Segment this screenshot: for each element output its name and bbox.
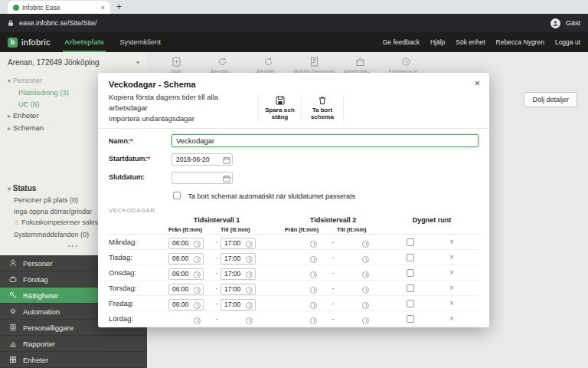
row-remove-icon[interactable]: × bbox=[443, 268, 461, 277]
from1-cell bbox=[168, 250, 213, 264]
till2-cell bbox=[337, 296, 381, 310]
name-input[interactable] bbox=[172, 134, 479, 147]
chevron-right-icon: ▸ bbox=[8, 125, 11, 132]
modal-title: Veckodagar - Schema bbox=[109, 80, 196, 89]
clock-icon[interactable] bbox=[362, 317, 369, 324]
till2-cell bbox=[337, 311, 381, 326]
around-clock-checkbox[interactable] bbox=[407, 238, 414, 246]
row-remove-icon[interactable]: × bbox=[443, 284, 461, 292]
save-and-close-button[interactable]: Spara och stäng bbox=[258, 94, 301, 122]
link-hjalp[interactable]: Hjälp bbox=[430, 38, 445, 46]
menu-item-label: Rapporter bbox=[23, 340, 55, 348]
url-text[interactable]: ease.infobric.se/Site/Site/ bbox=[19, 19, 97, 27]
warning-icon: ⚠ bbox=[14, 219, 19, 226]
schedule-row: Tisdag: - - × bbox=[109, 250, 479, 265]
dash: - bbox=[329, 284, 337, 292]
delete-schedule-button[interactable]: Ta bort schema bbox=[301, 94, 344, 122]
tree-item-label: UE (6) bbox=[18, 100, 39, 108]
infobric-logo[interactable]: b infobric bbox=[8, 32, 51, 52]
clock-icon[interactable] bbox=[194, 317, 201, 324]
schedule-modal: Veckodagar - Schema × Kopiera första dag… bbox=[98, 73, 489, 327]
row-remove-icon[interactable]: × bbox=[443, 253, 461, 261]
around-clock-checkbox[interactable] bbox=[407, 300, 414, 307]
link-sok-enhet[interactable]: Sök enhet bbox=[456, 38, 485, 46]
schedule-form: Namn:* Startdatum:* Slutdatum: bbox=[98, 129, 489, 205]
link-ge-feedback[interactable]: Ge feedback bbox=[383, 38, 420, 46]
import-exception-days-link[interactable]: Importera undantagsdagar bbox=[109, 113, 258, 124]
calendar-icon[interactable] bbox=[223, 153, 230, 167]
around-clock-checkbox[interactable] bbox=[407, 284, 414, 292]
clock-icon[interactable] bbox=[246, 241, 253, 248]
auto-remove-checkbox[interactable] bbox=[173, 192, 181, 199]
link-user-name[interactable]: Rebecca Nygren bbox=[496, 38, 544, 46]
clock-icon[interactable] bbox=[194, 271, 201, 278]
clock-icon[interactable] bbox=[194, 302, 201, 309]
from2-cell bbox=[285, 235, 329, 249]
tree-item-label: Platsledning (3) bbox=[18, 88, 69, 97]
from1-header: Från (tt:mm) bbox=[168, 226, 213, 233]
till1-header: Till (tt:mm) bbox=[220, 226, 265, 233]
from1-cell bbox=[168, 235, 213, 249]
dash: - bbox=[329, 238, 337, 246]
row-remove-icon[interactable]: × bbox=[443, 238, 461, 246]
auto-remove-row: Ta bort schemat automatiskt när slutdatu… bbox=[109, 188, 479, 202]
till2-cell bbox=[337, 235, 381, 249]
clock-icon[interactable] bbox=[310, 241, 317, 248]
from2-cell bbox=[285, 311, 329, 326]
day-label: Torsdag: bbox=[109, 284, 168, 292]
nav-arbetsplats[interactable]: Arbetsplats bbox=[63, 32, 106, 52]
clock-icon[interactable] bbox=[194, 256, 201, 263]
clock-icon[interactable] bbox=[246, 256, 253, 263]
from2-cell bbox=[285, 265, 329, 280]
around-clock-checkbox[interactable] bbox=[407, 254, 414, 261]
schedule-row: Söndag: - - × bbox=[109, 327, 479, 327]
bar-chart-icon bbox=[9, 340, 17, 347]
close-icon[interactable]: × bbox=[475, 80, 480, 87]
clock-icon[interactable] bbox=[362, 302, 369, 309]
from2-cell bbox=[285, 296, 329, 310]
start-date-label: Startdatum:* bbox=[109, 155, 172, 163]
clock-icon[interactable] bbox=[246, 271, 253, 278]
menu-item-rapporter[interactable]: Rapporter bbox=[0, 336, 147, 352]
browser-tab[interactable]: Infobric Ease × bbox=[8, 1, 110, 14]
dash: - bbox=[213, 284, 220, 292]
around-clock-checkbox[interactable] bbox=[407, 315, 414, 323]
tab-close-icon[interactable]: × bbox=[101, 4, 105, 12]
schedule-row: Måndag: - - × bbox=[109, 235, 479, 250]
calendar-icon[interactable] bbox=[223, 172, 230, 186]
clock-icon[interactable] bbox=[362, 256, 369, 263]
clock-icon[interactable] bbox=[194, 287, 201, 294]
auto-remove-label: Ta bort schemat automatiskt när slutdatu… bbox=[188, 192, 355, 200]
link-logga-ut[interactable]: Logga ut bbox=[555, 38, 580, 46]
site-selector[interactable]: Arenan, 172649 Jönköping ▾ bbox=[0, 52, 147, 71]
menu-item-enheter[interactable]: Enheter bbox=[0, 352, 147, 368]
hide-details-button[interactable]: Dölj detaljer bbox=[524, 92, 577, 107]
clock-icon[interactable] bbox=[362, 241, 369, 248]
clock-icon[interactable] bbox=[194, 241, 201, 248]
till2-cell bbox=[337, 327, 381, 327]
clock-icon[interactable] bbox=[246, 317, 253, 324]
clock-icon[interactable] bbox=[310, 302, 317, 309]
row-remove-icon[interactable]: × bbox=[443, 314, 461, 323]
status-item-label: Fokuskompetenser saknas bbox=[21, 219, 104, 226]
modal-header: Veckodagar - Schema × bbox=[98, 73, 489, 91]
browser-profile-avatar[interactable] bbox=[550, 18, 560, 28]
clock-icon[interactable] bbox=[310, 271, 317, 278]
save-and-close-label: Spara och stäng bbox=[262, 107, 298, 120]
around-clock-checkbox[interactable] bbox=[407, 269, 414, 277]
nav-systemklient[interactable]: Systemklient bbox=[118, 32, 162, 52]
clock-icon[interactable] bbox=[362, 271, 369, 278]
from1-cell bbox=[168, 296, 213, 310]
new-tab-button[interactable]: + bbox=[116, 2, 122, 14]
clock-icon[interactable] bbox=[310, 317, 317, 324]
row-remove-icon[interactable]: × bbox=[443, 299, 461, 307]
copy-first-day-link[interactable]: Kopiera första dagens tider till alla ar… bbox=[109, 92, 258, 113]
clock-icon[interactable] bbox=[246, 302, 253, 309]
chevron-down-icon: ▾ bbox=[8, 186, 11, 192]
clock-icon[interactable] bbox=[310, 256, 317, 263]
clock-icon[interactable] bbox=[246, 287, 253, 294]
clock-icon[interactable] bbox=[310, 287, 317, 294]
clock-icon[interactable] bbox=[362, 287, 369, 294]
day-label: Tisdag: bbox=[109, 253, 168, 261]
from1-cell bbox=[168, 327, 213, 327]
